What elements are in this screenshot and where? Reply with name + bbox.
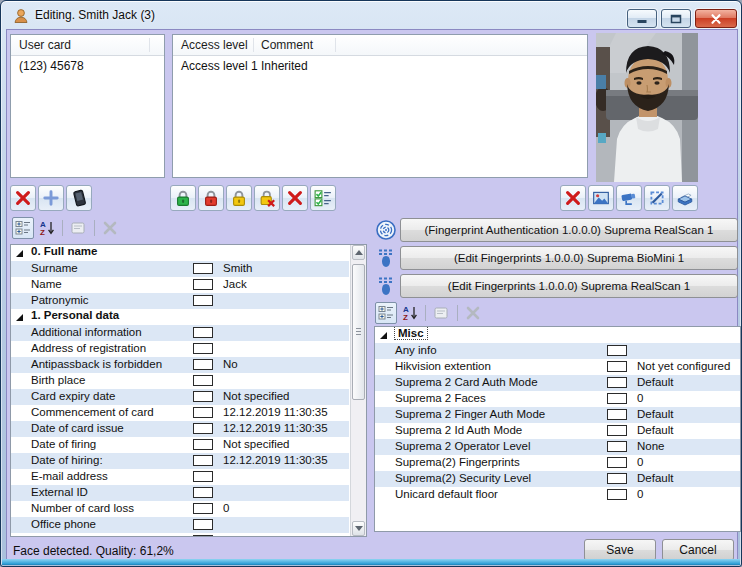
- property-checkbox[interactable]: [193, 343, 213, 354]
- access-comment-value[interactable]: Inherited: [261, 59, 308, 73]
- property-checkbox[interactable]: [193, 279, 213, 290]
- property-checkbox[interactable]: [193, 263, 213, 274]
- property-row[interactable]: Suprema 2 Finger Auth ModeDefault: [375, 407, 740, 423]
- property-checkbox[interactable]: [607, 361, 627, 372]
- property-row[interactable]: Card expiry dateNot specified: [11, 389, 349, 405]
- sort-az-button[interactable]: AZ: [36, 217, 58, 239]
- property-row[interactable]: Office phone: [11, 517, 349, 533]
- delete-access-level-button[interactable]: [282, 185, 308, 211]
- lock-yellow-button[interactable]: [226, 185, 252, 211]
- edit-fingerprints-biomini-button[interactable]: (Edit Fingerprints 1.0.0.0) Suprema BioM…: [400, 246, 738, 270]
- card-number[interactable]: (123) 45678: [19, 59, 84, 73]
- property-checkbox[interactable]: [193, 535, 213, 536]
- read-card-device-button[interactable]: [66, 185, 92, 211]
- category-row[interactable]: 0. Full name: [11, 245, 349, 261]
- close-button[interactable]: [695, 9, 737, 28]
- property-row[interactable]: External ID: [11, 485, 349, 501]
- property-checkbox[interactable]: [607, 441, 627, 452]
- property-row[interactable]: Commencement of card12.12.2019 11:30:35: [11, 405, 349, 421]
- property-value[interactable]: Not yet configured: [637, 360, 730, 372]
- vertical-scrollbar[interactable]: [350, 245, 366, 536]
- property-checkbox[interactable]: [193, 455, 213, 466]
- property-value[interactable]: 12.12.2019 11:30:35: [223, 406, 328, 418]
- camera-button[interactable]: [616, 185, 642, 211]
- maximize-button[interactable]: [661, 9, 691, 28]
- property-checkbox[interactable]: [193, 423, 213, 434]
- property-checkbox[interactable]: [193, 487, 213, 498]
- property-row[interactable]: Suprema 2 Id Auth ModeDefault: [375, 423, 740, 439]
- property-row[interactable]: Number of card loss0: [11, 501, 349, 517]
- property-checkbox[interactable]: [193, 327, 213, 338]
- delete-photo-button[interactable]: [560, 185, 586, 211]
- scrollbar-thumb[interactable]: [352, 264, 365, 400]
- property-checkbox[interactable]: [607, 457, 627, 468]
- property-checkbox[interactable]: [193, 503, 213, 514]
- user-card-row[interactable]: (123) 45678: [11, 56, 164, 76]
- property-row[interactable]: Date of card issue12.12.2019 11:30:35: [11, 421, 349, 437]
- cancel-button[interactable]: Cancel: [662, 539, 734, 561]
- property-value[interactable]: Default: [637, 472, 673, 484]
- property-checkbox[interactable]: [193, 359, 213, 370]
- property-checkbox[interactable]: [193, 439, 213, 450]
- property-value[interactable]: 12.12.2019 11:30:35: [223, 422, 328, 434]
- property-value[interactable]: Default: [637, 424, 673, 436]
- property-value[interactable]: Default: [637, 376, 673, 388]
- category-row[interactable]: 1. Personal data: [11, 309, 349, 325]
- property-checkbox[interactable]: [607, 489, 627, 500]
- property-row[interactable]: Antipassback is forbiddenNo: [11, 357, 349, 373]
- property-value[interactable]: None: [637, 440, 665, 452]
- property-checkbox[interactable]: [193, 471, 213, 482]
- property-value[interactable]: 0: [637, 488, 643, 500]
- property-row[interactable]: SurnameSmith: [11, 261, 349, 277]
- scroll-down-button[interactable]: [352, 521, 365, 536]
- property-checkbox[interactable]: [193, 375, 213, 386]
- property-row[interactable]: Suprema 2 Card Auth ModeDefault: [375, 375, 740, 391]
- comment-column-header[interactable]: Comment: [261, 38, 313, 52]
- property-row[interactable]: Patronymic: [11, 293, 349, 309]
- scanner-button[interactable]: [672, 185, 698, 211]
- access-list-header[interactable]: Access level Comment: [173, 35, 587, 56]
- property-value[interactable]: Jack: [223, 278, 247, 290]
- property-row[interactable]: Hikvision extentionNot yet configured: [375, 359, 740, 375]
- collapse-arrow-icon[interactable]: [380, 332, 387, 339]
- property-row[interactable]: Address of registration: [11, 341, 349, 357]
- save-button[interactable]: Save: [584, 539, 656, 561]
- property-row[interactable]: NameJack: [11, 277, 349, 293]
- access-level-row[interactable]: Access level 1 Inherited: [173, 56, 587, 76]
- property-checkbox[interactable]: [193, 391, 213, 402]
- sort-az-button[interactable]: AZ: [399, 302, 421, 324]
- property-value[interactable]: Not specified: [223, 438, 289, 450]
- edit-fingerprints-realscan-button[interactable]: (Edit Fingerprints 1.0.0.0) Suprema Real…: [400, 274, 738, 298]
- edit-access-list-button[interactable]: [310, 185, 336, 211]
- property-checkbox[interactable]: [607, 345, 627, 356]
- load-image-button[interactable]: [588, 185, 614, 211]
- access-level-value[interactable]: Access level 1: [181, 59, 258, 73]
- user-card-column-header[interactable]: User card: [19, 38, 71, 52]
- property-row[interactable]: Date of hiring:12.12.2019 11:30:35: [11, 453, 349, 469]
- category-row[interactable]: Misc: [375, 327, 740, 343]
- property-value[interactable]: No: [223, 358, 238, 370]
- property-value[interactable]: 0: [637, 392, 643, 404]
- property-row[interactable]: Birth place: [11, 373, 349, 389]
- property-row[interactable]: Unicard default floor0: [375, 487, 740, 503]
- lock-green-button[interactable]: [170, 185, 196, 211]
- add-card-button[interactable]: [38, 185, 64, 211]
- property-value[interactable]: 0: [637, 456, 643, 468]
- property-checkbox[interactable]: [193, 295, 213, 306]
- property-row[interactable]: Date of firingNot specified: [11, 437, 349, 453]
- minimize-button[interactable]: [627, 9, 657, 28]
- property-row[interactable]: Passport number: [11, 533, 349, 536]
- property-value[interactable]: Smith: [223, 262, 252, 274]
- property-checkbox[interactable]: [607, 409, 627, 420]
- crop-button[interactable]: [644, 185, 670, 211]
- property-checkbox[interactable]: [607, 377, 627, 388]
- property-row[interactable]: Suprema 2 Faces0: [375, 391, 740, 407]
- property-checkbox[interactable]: [193, 519, 213, 530]
- property-row[interactable]: Suprema(2) Security LevelDefault: [375, 471, 740, 487]
- lock-yellow-remove-button[interactable]: [254, 185, 280, 211]
- user-card-list-header[interactable]: User card: [11, 35, 164, 56]
- access-level-list[interactable]: Access level Comment Access level 1 Inhe…: [172, 34, 588, 178]
- property-value[interactable]: Default: [637, 408, 673, 420]
- collapse-arrow-icon[interactable]: [16, 314, 23, 321]
- property-checkbox[interactable]: [607, 393, 627, 404]
